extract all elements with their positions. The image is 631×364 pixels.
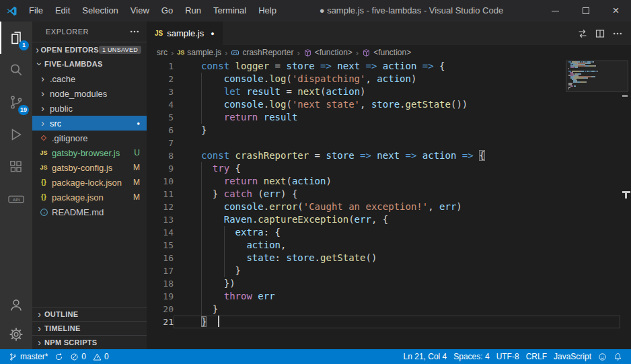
open-editors-label: OPEN EDITORS: [40, 46, 99, 54]
sync-status[interactable]: [51, 349, 67, 364]
activity-accounts[interactable]: [0, 290, 32, 320]
menu-edit[interactable]: Edit: [49, 0, 76, 22]
tree-item-node_modules[interactable]: ›node_modules: [32, 86, 147, 101]
token: action: [292, 176, 326, 186]
activity-source-control[interactable]: 19: [0, 86, 32, 118]
breadcrumb-src[interactable]: src: [157, 48, 168, 57]
code-line-18[interactable]: 18 }): [147, 277, 631, 290]
warnings-status[interactable]: 0: [89, 349, 112, 364]
code-line-16[interactable]: 16 state: store.getState(): [147, 252, 631, 264]
status-label: Ln 21, Col 4: [404, 352, 447, 361]
tree-item-gatsby-config.js[interactable]: JSgatsby-config.jsM: [32, 160, 147, 175]
section-workspace[interactable]: › FIVE-LAMBDAS: [32, 57, 147, 71]
status-label: Spaces: 4: [453, 352, 489, 361]
symbol-function-icon: [303, 48, 312, 57]
cursor-position[interactable]: Ln 21, Col 4: [400, 349, 451, 364]
code-line-13[interactable]: 13 Raven.captureException(err, {: [147, 213, 631, 226]
section-outline[interactable]: ›OUTLINE: [32, 307, 147, 321]
section-npm-scripts[interactable]: ›NPM SCRIPTS: [32, 335, 147, 349]
code-line-6[interactable]: 6}: [147, 124, 631, 137]
minimap-bars: [568, 61, 622, 89]
file-name: README.md: [52, 207, 104, 217]
tree-item-.cache[interactable]: ›.cache: [32, 71, 147, 86]
breadcrumb-function[interactable]: <function>: [303, 48, 352, 57]
activity-run-debug[interactable]: [0, 118, 32, 151]
open-changes-icon[interactable]: [574, 26, 591, 42]
tree-item-public[interactable]: ›public: [32, 101, 147, 116]
menu-terminal[interactable]: Terminal: [207, 0, 252, 22]
menu-view[interactable]: View: [124, 0, 155, 22]
token: (: [286, 73, 291, 84]
activity-explorer[interactable]: 1: [0, 22, 32, 54]
code-line-5[interactable]: 5 return result: [147, 111, 631, 124]
git-branch-status[interactable]: master*: [5, 349, 51, 364]
activity-settings[interactable]: [0, 320, 32, 349]
code-line-17[interactable]: 17 }: [147, 264, 631, 277]
code-line-14[interactable]: 14 extra: {: [147, 226, 631, 239]
more-actions-icon[interactable]: [609, 26, 626, 42]
tree-item-package.json[interactable]: {}package.jsonM: [32, 190, 147, 205]
tree-item-README.md[interactable]: README.md: [32, 205, 147, 219]
code-line-9[interactable]: 9 try {: [147, 162, 631, 175]
token: Raven: [224, 214, 252, 225]
language-mode[interactable]: JavaScript: [550, 349, 595, 364]
code-line-10[interactable]: 10 return next(action): [147, 175, 631, 188]
close-button[interactable]: ×: [601, 0, 631, 22]
menu-selection[interactable]: Selection: [76, 0, 124, 22]
eol-sequence[interactable]: CRLF: [523, 349, 550, 364]
tree-item-package-lock.json[interactable]: {}package-lock.jsonM: [32, 175, 147, 190]
minimize-button[interactable]: [540, 0, 570, 22]
menu-go[interactable]: Go: [155, 0, 179, 22]
maximize-button[interactable]: [570, 0, 601, 22]
code-line-3[interactable]: 3 let result = next(action): [147, 85, 631, 98]
section-open-editors[interactable]: › OPEN EDITORS 1 UNSAVED: [32, 42, 147, 57]
status-label: JavaScript: [554, 352, 591, 361]
code-line-7[interactable]: 7: [147, 137, 631, 149]
token: const: [201, 150, 229, 161]
tree-item-src[interactable]: ›src●: [32, 116, 147, 131]
chevron-right-icon: ›: [34, 309, 44, 320]
more-actions-icon[interactable]: [129, 26, 140, 37]
tree-item-gatsby-browser.js[interactable]: JSgatsby-browser.jsU: [32, 145, 147, 160]
activity-extensions[interactable]: [0, 151, 32, 183]
menu-file[interactable]: File: [23, 0, 49, 22]
code-line-11[interactable]: 11 } catch (err) {: [147, 188, 631, 201]
code-line-12[interactable]: 12 console.error('Caught an exception!',…: [147, 201, 631, 213]
code-line-20[interactable]: 20 }: [147, 303, 631, 316]
code-line-19[interactable]: 19 throw err: [147, 290, 631, 303]
tab-sample.js[interactable]: JSsample.js●: [147, 22, 223, 45]
split-editor-icon[interactable]: [592, 26, 608, 42]
tree-item-.gitignore[interactable]: .gitignore: [32, 131, 147, 145]
menu-help[interactable]: Help: [252, 0, 283, 22]
code-line-8[interactable]: 8const crashReporter = store => next => …: [147, 149, 631, 162]
menu-run[interactable]: Run: [179, 0, 207, 22]
code-line-21[interactable]: 21}: [147, 316, 631, 328]
section-timeline[interactable]: ›TIMELINE: [32, 321, 147, 335]
feedback[interactable]: [595, 349, 610, 364]
code-editor[interactable]: 1const logger = store => next => action …: [147, 60, 631, 349]
unsaved-dot: ●: [211, 30, 214, 37]
token: :: [275, 252, 287, 263]
token: log: [269, 99, 286, 110]
errors-status[interactable]: 0: [67, 349, 89, 364]
breadcrumb-sample.js[interactable]: JSsample.js: [177, 48, 221, 57]
notifications[interactable]: [610, 349, 626, 364]
token: }: [201, 188, 224, 199]
token: ,: [360, 99, 371, 110]
token: next: [297, 86, 320, 97]
breadcrumb-crashReporter[interactable]: crashReporter: [231, 48, 293, 57]
activity-search[interactable]: [0, 54, 32, 86]
token: , {: [371, 214, 388, 225]
code-line-1[interactable]: 1const logger = store => next => action …: [147, 60, 631, 73]
code-line-4[interactable]: 4 console.log('next state', store.getSta…: [147, 98, 631, 111]
code-line-2[interactable]: 2 console.log('dispatching', action): [147, 73, 631, 85]
token: =: [269, 61, 286, 71]
encoding[interactable]: UTF-8: [493, 349, 523, 364]
breadcrumb-function[interactable]: <function>: [362, 48, 411, 57]
code-line-15[interactable]: 15 action,: [147, 239, 631, 252]
minimap[interactable]: [568, 61, 622, 89]
activity-api[interactable]: API: [0, 183, 32, 215]
line-number: 3: [147, 85, 174, 98]
indentation[interactable]: Spaces: 4: [450, 349, 492, 364]
file-name: package.json: [52, 192, 104, 203]
